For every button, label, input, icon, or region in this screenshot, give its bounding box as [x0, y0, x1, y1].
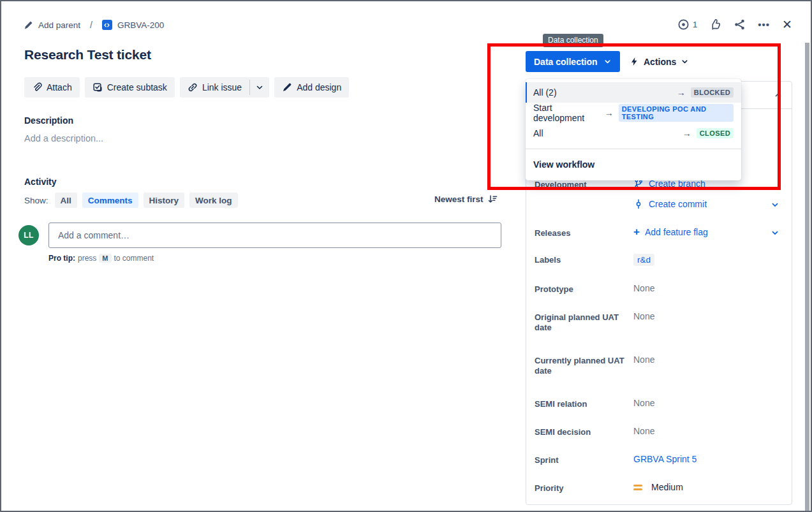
vertical-scrollbar[interactable]	[805, 43, 809, 511]
pencil-icon	[24, 20, 33, 29]
status-badge-blocked: BLOCKED	[691, 87, 734, 98]
chevron-down-icon	[681, 57, 689, 66]
git-commit-icon	[633, 199, 644, 209]
paperclip-icon	[32, 82, 42, 92]
status-button-label: Data collection	[534, 57, 598, 67]
attach-label: Attach	[47, 82, 72, 92]
field-row-semi-relation: SEMI relation None	[535, 398, 783, 409]
status-dropdown-menu: All (2) → BLOCKED Start development → DE…	[526, 79, 741, 180]
field-row-labels: Labels r&d	[535, 254, 783, 266]
share-button[interactable]	[734, 18, 746, 31]
field-row-commit: Create commit	[535, 199, 783, 209]
arrow-right-icon: →	[683, 128, 691, 138]
issue-toolbar: Attach Create subtask Link issue	[24, 77, 349, 98]
close-icon[interactable]: ✕	[782, 18, 792, 31]
add-feature-flag-link[interactable]: + Add feature flag	[633, 227, 708, 237]
add-parent-link[interactable]: Add parent	[38, 20, 80, 30]
field-label: Labels	[535, 254, 633, 265]
tab-history[interactable]: History	[144, 193, 185, 208]
field-row-prototype: Prototype None	[535, 283, 783, 295]
chevron-down-icon[interactable]	[771, 200, 779, 209]
actions-dropdown-button[interactable]: Actions	[630, 51, 689, 72]
pro-tip-post: to comment	[114, 254, 154, 263]
watch-count: 1	[693, 20, 697, 29]
plus-icon: +	[633, 228, 640, 237]
chevron-up-icon[interactable]	[774, 91, 783, 99]
design-pen-icon	[282, 82, 292, 92]
field-row-semi-decision: SEMI decision None	[535, 426, 783, 437]
field-value[interactable]: None	[633, 426, 654, 436]
issue-type-icon	[102, 20, 112, 30]
like-button[interactable]	[709, 18, 721, 31]
link-icon	[188, 82, 198, 92]
link-issue-label: Link issue	[202, 82, 242, 92]
activity-filter-bar: Show: All Comments History Work log	[24, 193, 238, 208]
link-issue-button[interactable]: Link issue	[180, 77, 249, 98]
view-workflow-item[interactable]: View workflow	[526, 154, 741, 175]
field-row-releases: Releases + Add feature flag	[535, 227, 783, 238]
chevron-down-icon	[603, 57, 612, 66]
field-value[interactable]: None	[633, 283, 654, 293]
field-row-priority: Priority Medium	[535, 482, 783, 494]
lightning-bolt-icon	[630, 57, 639, 66]
menu-item-label: All (2)	[533, 87, 557, 98]
sprint-link[interactable]: GRBVA Sprint 5	[633, 454, 697, 464]
watch-button[interactable]: 1	[677, 18, 697, 31]
more-actions-button[interactable]: •••	[758, 19, 770, 30]
menu-item-label: Start development	[533, 103, 600, 123]
subtask-icon	[92, 82, 103, 92]
field-label: Priority	[535, 482, 633, 494]
header-icon-bar: 1 ••• ✕	[677, 18, 792, 31]
breadcrumb: Add parent / GRBVA-200	[24, 20, 164, 30]
link-issue-dropdown-button[interactable]	[250, 77, 269, 98]
create-subtask-button[interactable]: Create subtask	[85, 77, 175, 98]
label-chip[interactable]: r&d	[633, 254, 654, 266]
avatar[interactable]: LL	[18, 225, 39, 245]
eye-icon	[677, 18, 690, 31]
thumbs-up-icon	[709, 18, 721, 31]
field-label: Prototype	[535, 283, 633, 295]
chevron-down-icon[interactable]	[771, 228, 779, 237]
comment-input[interactable]	[48, 223, 501, 248]
field-value[interactable]: None	[633, 355, 654, 365]
field-label: Original planned UAT date	[535, 311, 633, 333]
link-issue-split-button: Link issue	[180, 77, 269, 98]
priority-label: Medium	[651, 482, 683, 492]
field-row-original-uat: Original planned UAT date None	[535, 311, 783, 333]
create-commit-label: Create commit	[649, 199, 707, 209]
field-label: Currently planned UAT date	[535, 355, 633, 376]
add-design-button[interactable]: Add design	[274, 77, 349, 98]
menu-item-all-blocked[interactable]: All (2) → BLOCKED	[526, 82, 741, 103]
attach-button[interactable]: Attach	[24, 77, 80, 98]
tab-work-log[interactable]: Work log	[189, 193, 238, 208]
breadcrumb-separator: /	[90, 20, 92, 30]
field-label: Sprint	[535, 454, 633, 465]
menu-divider	[526, 149, 741, 149]
activity-heading: Activity	[24, 177, 57, 187]
sort-descending-icon	[487, 194, 498, 204]
issue-key-link[interactable]: GRBVA-200	[117, 20, 164, 30]
field-value[interactable]: None	[633, 311, 654, 321]
tab-all[interactable]: All	[55, 193, 77, 208]
menu-item-start-development[interactable]: Start development → DEVELOPING POC AND T…	[526, 103, 741, 123]
chevron-down-icon	[255, 83, 264, 92]
description-placeholder[interactable]: Add a description...	[24, 133, 103, 143]
keyboard-key-m: M	[99, 254, 111, 263]
pro-tip: Pro tip: press M to comment	[48, 254, 154, 263]
menu-item-all-closed[interactable]: All → CLOSED	[526, 123, 741, 143]
share-icon	[734, 18, 746, 31]
create-commit-link[interactable]: Create commit	[633, 199, 707, 209]
status-dropdown-button[interactable]: Data collection	[526, 51, 620, 72]
status-tooltip: Data collection	[543, 34, 603, 47]
create-subtask-label: Create subtask	[107, 82, 167, 92]
arrow-right-icon: →	[605, 108, 614, 118]
show-label: Show:	[24, 196, 48, 205]
sort-order-button[interactable]: Newest first	[434, 194, 498, 204]
sort-label: Newest first	[434, 194, 484, 204]
field-value[interactable]: None	[633, 398, 654, 408]
field-label: Releases	[535, 227, 633, 238]
field-row-sprint: Sprint GRBVA Sprint 5	[535, 454, 783, 465]
status-badge-developing: DEVELOPING POC AND TESTING	[619, 104, 734, 122]
tab-comments[interactable]: Comments	[82, 193, 138, 208]
priority-value[interactable]: Medium	[633, 482, 683, 492]
